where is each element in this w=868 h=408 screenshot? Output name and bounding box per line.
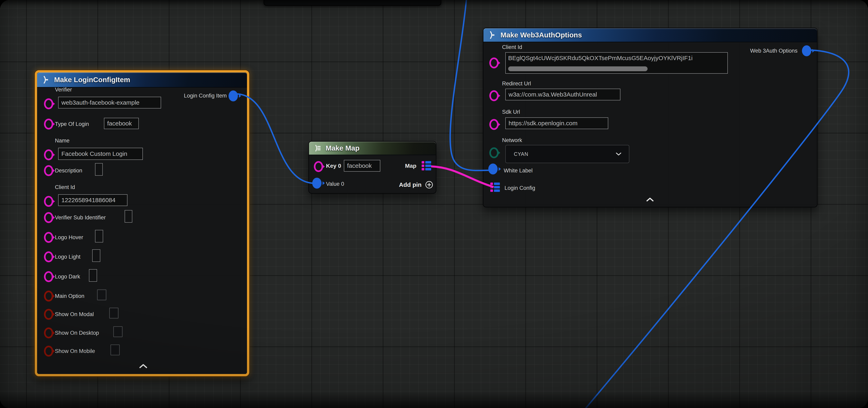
type-of-login-input[interactable]: facebook (104, 118, 139, 129)
node-make-map[interactable]: Make Map Key 0 facebook Map Value 0 Add … (308, 141, 436, 194)
output-pin-map[interactable] (422, 161, 431, 170)
pin-label-show-on-desktop: Show On Desktop (55, 330, 99, 336)
logo-dark-input[interactable] (89, 269, 97, 282)
collapse-node-chevron-icon[interactable] (646, 197, 654, 203)
add-pin-plus-icon (425, 180, 433, 189)
node-title: Make Map (326, 144, 360, 152)
output-pin-login-config-item[interactable] (228, 91, 238, 101)
node-make-loginconfigitem[interactable]: Make LoginConfigItem Login Config Item V… (35, 70, 249, 376)
sdk-url-input[interactable]: https://sdk.openlogin.com (505, 117, 608, 129)
key-0-input[interactable]: facebook (344, 160, 380, 172)
pin-label-description: Description (55, 168, 82, 174)
pin-label-logo-dark: Logo Dark (55, 274, 80, 280)
input-pin-client-id[interactable] (44, 196, 53, 207)
blueprint-graph-canvas[interactable]: Make LoginConfigItem Login Config Item V… (0, 0, 868, 408)
input-pin-show-on-modal[interactable] (44, 309, 53, 320)
verifier-sub-identifier-input[interactable] (125, 210, 132, 223)
input-pin-key-0[interactable] (314, 161, 323, 172)
input-pin-client-id[interactable] (489, 58, 499, 68)
pin-label-white-label: White Label (504, 168, 533, 174)
pin-label-login-config: Login Config (504, 185, 535, 191)
pin-label-name: Name (55, 138, 69, 144)
pin-label-redirect-url: Redirect Url (502, 80, 531, 87)
input-pin-main-option[interactable] (44, 291, 53, 302)
pin-label-main-option: Main Option (55, 293, 85, 299)
node-title: Make LoginConfigItem (54, 76, 130, 84)
add-pin-button[interactable]: Add pin (399, 180, 433, 189)
description-input[interactable] (95, 163, 103, 176)
pin-label-sdk-url: Sdk Url (502, 109, 520, 115)
main-option-checkbox[interactable] (97, 290, 106, 300)
chevron-down-icon (615, 152, 622, 156)
pin-label-show-on-mobile: Show On Mobile (55, 348, 95, 354)
pin-label-verifier: Verifier (55, 87, 72, 93)
output-pin-label: Login Config Item (184, 93, 227, 99)
input-pin-value-0[interactable] (312, 178, 321, 189)
input-pin-logo-dark[interactable] (44, 271, 53, 282)
client-id-input[interactable]: 1222658941886084 (58, 194, 127, 206)
input-pin-show-on-mobile[interactable] (44, 346, 53, 356)
show-on-desktop-checkbox[interactable] (113, 326, 123, 337)
redirect-url-input[interactable]: w3a://com.w3a.Web3AuthUnreal (505, 89, 620, 100)
input-pin-sdk-url[interactable] (489, 119, 499, 130)
pin-label-logo-light: Logo Light (55, 254, 81, 260)
input-pin-verifier[interactable] (44, 98, 53, 109)
client-id-input[interactable]: BEglQSgt4cUWcj6SKRdu5QkOXTsePmMcusG5EAoy… (505, 52, 728, 74)
show-on-mobile-checkbox[interactable] (111, 344, 120, 355)
output-pin-label: Web 3Auth Options (750, 48, 798, 54)
output-pin-web3auth-options[interactable] (802, 45, 811, 56)
input-pin-redirect-url[interactable] (489, 90, 499, 101)
pin-label-value-0: Value 0 (326, 181, 344, 187)
logo-light-input[interactable] (92, 249, 100, 262)
offscreen-node-partial[interactable] (264, 0, 441, 6)
pin-label-client-id: Client Id (55, 184, 75, 191)
pin-label-network: Network (502, 137, 522, 143)
logo-hover-input[interactable] (95, 230, 103, 242)
show-on-modal-checkbox[interactable] (109, 308, 119, 318)
input-pin-verifier-sub-identifier[interactable] (44, 212, 53, 223)
make-map-icon (313, 144, 322, 152)
network-selected-value: CYAN (514, 151, 528, 157)
input-pin-login-config[interactable] (490, 182, 500, 192)
pin-label-type-of-login: Type Of Login (55, 121, 89, 127)
pin-label-key-0: Key 0 (326, 163, 341, 169)
collapse-node-chevron-icon[interactable] (138, 363, 148, 370)
verifier-input[interactable]: web3auth-facebook-example (58, 97, 161, 108)
client-id-scrollbar[interactable] (508, 66, 648, 71)
make-struct-icon (488, 31, 497, 39)
node-title: Make Web3AuthOptions (500, 31, 582, 39)
node-header-make-web3authoptions[interactable]: Make Web3AuthOptions (484, 28, 817, 42)
input-pin-name[interactable] (44, 149, 53, 160)
client-id-text: BEglQSgt4cUWcj6SKRdu5QkOXTsePmMcusG5EAoy… (508, 55, 725, 62)
pin-label-logo-hover: Logo Hover (55, 234, 83, 241)
input-pin-show-on-desktop[interactable] (44, 328, 53, 338)
input-pin-type-of-login[interactable] (44, 118, 53, 130)
node-make-web3authoptions[interactable]: Make Web3AuthOptions Web 3Auth Options C… (483, 28, 817, 207)
node-header-make-map[interactable]: Make Map (309, 142, 436, 155)
pin-label-map-output: Map (405, 163, 416, 169)
input-pin-description[interactable] (44, 165, 53, 176)
input-pin-network[interactable] (489, 147, 499, 158)
add-pin-label: Add pin (399, 181, 422, 188)
pin-label-show-on-modal: Show On Modal (55, 311, 94, 317)
name-input[interactable]: Facebook Custom Login (58, 148, 143, 160)
input-pin-white-label[interactable] (488, 164, 498, 174)
node-header-make-loginconfigitem[interactable]: Make LoginConfigItem (37, 72, 247, 88)
network-dropdown[interactable]: CYAN (505, 145, 629, 163)
make-struct-icon (41, 75, 51, 84)
input-pin-logo-light[interactable] (44, 251, 53, 262)
pin-label-verifier-sub-identifier: Verifier Sub Identifier (55, 214, 106, 221)
pin-label-client-id: Client Id (502, 44, 522, 50)
input-pin-logo-hover[interactable] (44, 232, 53, 243)
